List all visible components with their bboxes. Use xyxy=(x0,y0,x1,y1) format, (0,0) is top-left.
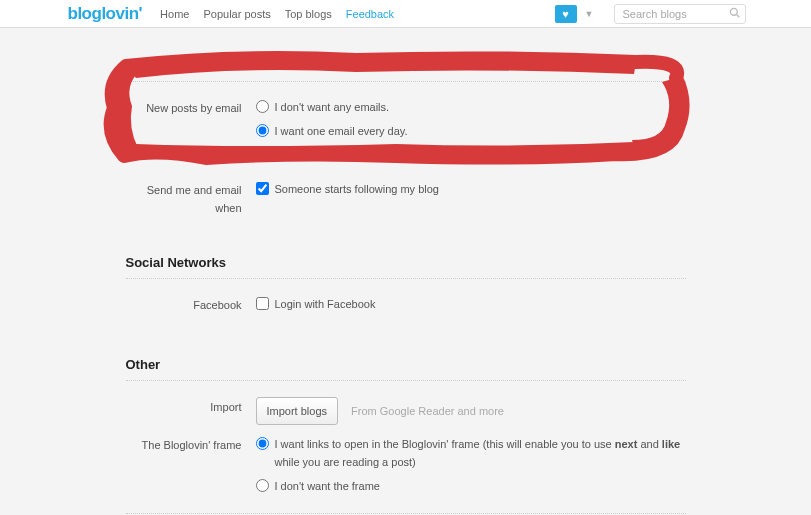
radio-frame-yes-label[interactable]: I want links to open in the Bloglovin' f… xyxy=(275,435,686,471)
topbar: bloglovin' Home Popular posts Top blogs … xyxy=(0,0,811,28)
checkbox-login-facebook-label[interactable]: Login with Facebook xyxy=(275,295,376,313)
nav-popular-posts[interactable]: Popular posts xyxy=(203,8,270,20)
label-new-posts-by-email: New posts by email xyxy=(126,98,256,170)
checkbox-follower-notify-label[interactable]: Someone starts following my blog xyxy=(275,180,439,198)
section-title-notifications: Notifications xyxy=(126,58,686,82)
radio-daily-email[interactable] xyxy=(256,124,269,137)
nav-home[interactable]: Home xyxy=(160,8,189,20)
heart-button[interactable]: ♥ xyxy=(555,5,577,23)
logo[interactable]: bloglovin' xyxy=(68,4,143,24)
radio-no-emails-label[interactable]: I don't want any emails. xyxy=(275,98,390,116)
label-bloglovin-frame: The Bloglovin' frame xyxy=(126,435,256,501)
nav-feedback[interactable]: Feedback xyxy=(346,8,394,20)
radio-every-update-label[interactable]: I want one email every time any of my fa… xyxy=(275,146,593,164)
divider xyxy=(126,513,686,514)
import-hint: From Google Reader and more xyxy=(351,405,504,417)
checkbox-login-facebook[interactable] xyxy=(256,297,269,310)
radio-frame-no-label[interactable]: I don't want the frame xyxy=(275,477,380,495)
label-import: Import xyxy=(126,397,256,425)
label-send-email-when: Send me and email when xyxy=(126,180,256,217)
section-title-social: Social Networks xyxy=(126,255,686,279)
search-input[interactable] xyxy=(614,4,746,24)
chevron-down-icon[interactable]: ▼ xyxy=(585,9,594,19)
heart-icon: ♥ xyxy=(562,8,569,20)
label-facebook: Facebook xyxy=(126,295,256,319)
radio-daily-email-label[interactable]: I want one email every day. xyxy=(275,122,408,140)
radio-every-update[interactable] xyxy=(256,148,269,161)
radio-no-emails[interactable] xyxy=(256,100,269,113)
radio-frame-yes[interactable] xyxy=(256,437,269,450)
nav-top-blogs[interactable]: Top blogs xyxy=(285,8,332,20)
checkbox-follower-notify[interactable] xyxy=(256,182,269,195)
import-blogs-button[interactable]: Import blogs xyxy=(256,397,339,425)
radio-frame-no[interactable] xyxy=(256,479,269,492)
section-title-other: Other xyxy=(126,357,686,381)
